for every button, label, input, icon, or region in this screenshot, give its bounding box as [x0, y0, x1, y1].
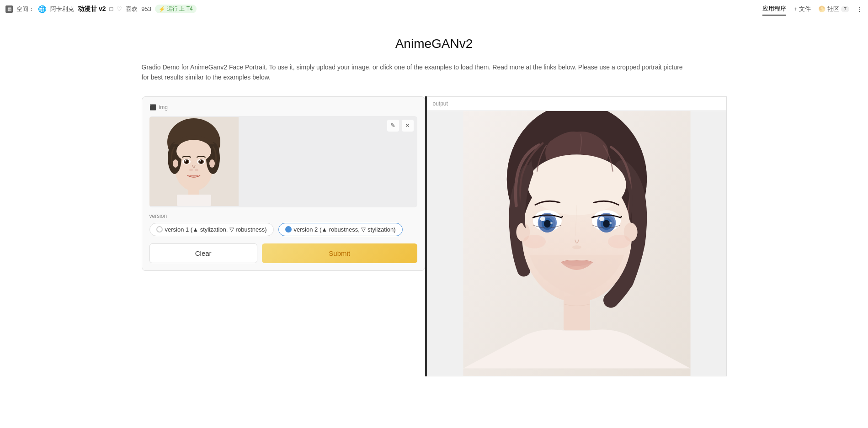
- svg-point-20: [209, 159, 215, 168]
- topbar: ▦ 空间： 🌐 阿卡利克 动漫甘 v2 □ ♡ 喜欢 953 ⚡ 运行 上 T4…: [0, 0, 868, 18]
- topbar-left: ▦ 空间： 🌐 阿卡利克 动漫甘 v2 □ ♡ 喜欢 953 ⚡ 运行 上 T4: [5, 5, 197, 13]
- output-label: output: [427, 97, 726, 111]
- version-option-1[interactable]: version 1 (▲ stylization, ▽ robustness): [149, 223, 274, 236]
- app-name[interactable]: 动漫甘 v2: [78, 5, 106, 13]
- svg-point-43: [523, 235, 546, 248]
- svg-point-19: [173, 159, 178, 168]
- window-icon: □: [109, 5, 113, 12]
- version-2-label: version 2 (▲ robustness, ▽ stylization): [294, 226, 396, 233]
- svg-point-14: [189, 169, 193, 171]
- svg-point-32: [540, 217, 545, 221]
- svg-point-44: [607, 235, 630, 248]
- version-label: version: [149, 213, 417, 219]
- description: Gradio Demo for AnimeGanv2 Face Portrait…: [142, 62, 690, 83]
- version-option-2[interactable]: version 2 (▲ robustness, ▽ stylization): [278, 223, 403, 236]
- svg-point-31: [543, 220, 550, 227]
- likes-label: 喜欢: [126, 5, 138, 13]
- svg-point-39: [599, 217, 604, 221]
- plus-icon: +: [793, 5, 797, 12]
- output-image-area: [427, 111, 726, 376]
- img-icon: ⬛: [149, 104, 156, 111]
- clear-button[interactable]: Clear: [149, 243, 257, 263]
- running-icon: ⚡: [159, 6, 165, 12]
- version-options: version 1 (▲ stylization, ▽ robustness) …: [149, 223, 417, 236]
- svg-point-33: [550, 222, 553, 224]
- nav-community[interactable]: 🌕 社区 7: [818, 3, 849, 15]
- likes-count: 953: [141, 5, 151, 12]
- img-upload-area[interactable]: ✎ ✕: [149, 116, 417, 207]
- nav-file[interactable]: + 文件: [793, 3, 811, 15]
- submit-button[interactable]: Submit: [262, 243, 417, 263]
- running-label: 运行 上 T4: [167, 5, 193, 13]
- username[interactable]: 阿卡利克: [50, 5, 74, 13]
- main-content: AnimeGANv2 Gradio Demo for AnimeGanv2 Fa…: [114, 18, 754, 395]
- right-panel: output: [427, 96, 727, 376]
- svg-point-5: [176, 140, 211, 163]
- img-label: ⬛ img: [149, 104, 417, 111]
- topbar-right: 应用程序 + 文件 🌕 社区 7 ⋮: [762, 3, 863, 16]
- svg-point-41: [572, 245, 581, 249]
- version-1-label: version 1 (▲ stylization, ▽ robustness): [165, 226, 267, 233]
- version-section: version version 1 (▲ stylization, ▽ robu…: [149, 213, 417, 236]
- heart-icon[interactable]: ♡: [117, 5, 122, 12]
- button-row: Clear Submit: [149, 243, 417, 263]
- page-title: AnimeGANv2: [142, 37, 727, 51]
- svg-point-15: [195, 169, 198, 171]
- img-actions: ✎ ✕: [387, 120, 414, 132]
- svg-point-40: [609, 222, 612, 224]
- community-label: 社区: [827, 5, 839, 13]
- space-icon: ▦: [5, 5, 13, 13]
- output-portrait-svg: [427, 111, 726, 376]
- svg-point-13: [199, 160, 201, 162]
- file-label: 文件: [799, 5, 811, 13]
- running-badge: ⚡ 运行 上 T4: [155, 5, 197, 13]
- panels: ⬛ img: [142, 96, 727, 376]
- nav-app[interactable]: 应用程序: [762, 3, 786, 16]
- svg-rect-45: [564, 296, 590, 331]
- community-count: 7: [841, 6, 849, 12]
- svg-rect-18: [177, 195, 211, 206]
- radio-v1: [156, 226, 163, 232]
- edit-btn[interactable]: ✎: [387, 120, 399, 132]
- svg-point-9: [185, 160, 186, 162]
- img-label-text: img: [159, 104, 168, 111]
- close-btn[interactable]: ✕: [402, 120, 414, 132]
- space-label: 空间：: [16, 5, 34, 13]
- input-portrait-svg: [149, 117, 239, 206]
- earth-icon: 🌐: [38, 5, 47, 13]
- radio-v2: [285, 226, 292, 232]
- svg-point-38: [603, 220, 610, 227]
- left-panel: ⬛ img: [142, 96, 425, 271]
- more-menu[interactable]: ⋮: [857, 4, 863, 14]
- sun-icon: 🌕: [818, 5, 825, 12]
